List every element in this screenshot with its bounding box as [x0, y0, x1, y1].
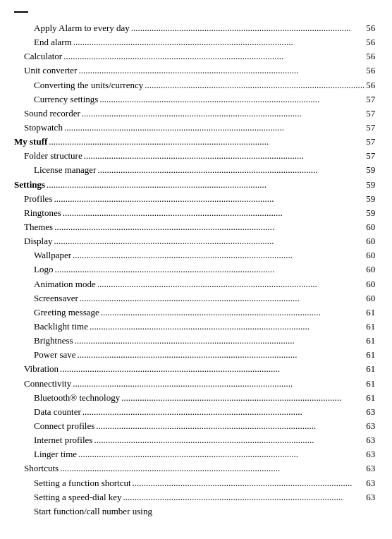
toc-entry: This SIM only...........................… [389, 433, 392, 447]
toc-entry: Network.................................… [389, 490, 392, 504]
toc-entry: Brightness..............................… [14, 334, 375, 348]
toc-entry: Data counter............................… [14, 405, 375, 419]
toc-entry: PIN codes...............................… [389, 419, 392, 433]
toc-page-ref: 60 [366, 291, 375, 305]
toc-title: Folder structure [24, 149, 82, 163]
toc-page-ref: 60 [366, 262, 375, 277]
toc-page-ref: 57 [366, 121, 375, 135]
toc-title: Brightness [34, 334, 73, 348]
toc-title: Vibration [24, 362, 59, 376]
toc-page-ref: 57 [366, 135, 375, 149]
toc-entry: File system.............................… [389, 248, 392, 262]
toc-dots: ........................................… [78, 348, 365, 362]
toc-page-ref: 57 [366, 92, 375, 107]
toc-entry: Call waiting............................… [389, 63, 392, 78]
toc-entry: License manager.........................… [14, 163, 375, 177]
toc-page-ref: 56 [366, 49, 375, 63]
toc-page-ref: 57 [366, 107, 375, 121]
toc-page-ref: 63 [366, 419, 375, 433]
toc-title: Apply Alarm to every day [34, 21, 130, 35]
toc-entry: Ringtones...............................… [14, 206, 375, 220]
toc-entry: Diverts.................................… [389, 78, 392, 92]
toc-dots: ........................................… [47, 178, 365, 192]
toc-dots: ........................................… [73, 248, 365, 262]
toc-entry: Language................................… [389, 163, 392, 177]
toc-entry: Apply Alarm to every day................… [14, 21, 375, 35]
toc-entry: Stopwatch...............................… [14, 121, 375, 135]
toc-title: Connectivity [24, 377, 71, 391]
toc-entry: Display.................................… [14, 234, 375, 248]
toc-dots: ........................................… [63, 206, 365, 220]
toc-entry: Animation mode..........................… [14, 277, 375, 291]
toc-dots: ........................................… [96, 419, 365, 433]
toc-page-ref: 60 [366, 234, 375, 248]
toc-entry: Shortcuts...............................… [14, 461, 375, 476]
toc-page-ref: 56 [366, 78, 375, 92]
toc-title: Screensaver [34, 291, 78, 305]
toc-entry: Master reset............................… [389, 277, 392, 291]
toc-title: License manager [34, 163, 96, 177]
toc-entry: Profiles................................… [14, 192, 375, 206]
toc-entry: Download prompt.........................… [389, 476, 392, 490]
toc-page-ref: 56 [366, 63, 375, 78]
toc-entry: Show clock..............................… [389, 362, 392, 376]
toc-entry: Connect profiles........................… [14, 419, 375, 433]
toc-entry: Auto power off..........................… [389, 234, 392, 248]
toc-title: Power save [34, 348, 76, 362]
toc-entry: Clock...................................… [389, 291, 392, 305]
toc-entry: Linger time.............................… [14, 447, 375, 461]
toc-entry: Settings................................… [14, 178, 375, 192]
toc-page-ref: 61 [366, 320, 375, 334]
toc-dots: ........................................… [131, 21, 365, 35]
toc-page-ref: 63 [366, 447, 375, 461]
toc-title: Data counter [34, 405, 81, 419]
toc-title: Sound recorder [24, 107, 80, 121]
toc-entry: shortcuts...............................… [389, 21, 392, 35]
toc-entry: End alarm...............................… [14, 35, 375, 49]
toc-entry: Converting the units/currency...........… [14, 78, 375, 92]
toc-title: Converting the units/currency [34, 78, 143, 92]
toc-entry: Logo....................................… [14, 262, 375, 277]
toc-title: Internet profiles [34, 433, 92, 447]
toc-dots: ........................................… [94, 433, 365, 447]
toc-entry: Themes..................................… [14, 220, 375, 234]
toc-entry: Unit converter..........................… [14, 63, 375, 78]
toc-title: Themes [24, 220, 53, 234]
toc-entry: Any key answer..........................… [389, 92, 392, 107]
toc-page-ref: 57 [366, 149, 375, 163]
toc-entry: Greeting message........................… [14, 305, 375, 320]
toc-dots: ........................................… [90, 320, 365, 334]
toc-title: Calculator [24, 49, 62, 63]
toc-dots: ........................................… [63, 49, 365, 63]
toc-dots: ........................................… [54, 220, 365, 234]
toc-title: Bluetooth® technology [34, 391, 120, 405]
toc-page-ref: 60 [366, 277, 375, 291]
toc-page-ref: 61 [366, 334, 375, 348]
toc-page-ref: 63 [366, 433, 375, 447]
toc-page-ref: 61 [366, 362, 375, 376]
toc-dots: ........................................… [80, 291, 365, 305]
toc-content: Apply Alarm to every day................… [14, 21, 378, 519]
toc-entry: Sound recorder..........................… [14, 107, 375, 121]
toc-entry: Time/Date...............................… [389, 305, 392, 320]
toc-entry: My stuff................................… [14, 135, 375, 149]
toc-entry: Key tones...............................… [389, 192, 392, 206]
toc-entry: Video calls.............................… [389, 121, 392, 135]
toc-title: Unit converter [24, 63, 77, 78]
toc-entry: Auto time...............................… [389, 377, 392, 391]
page-number [14, 10, 28, 13]
toc-entry: Phone...................................… [389, 149, 392, 163]
toc-page-ref: 61 [366, 348, 375, 362]
toc-title: Wallpaper [34, 248, 71, 262]
toc-dots: ........................................… [60, 461, 365, 476]
toc-entry: Date format.............................… [389, 348, 392, 362]
toc-title: Setting a speed-dial key [34, 490, 122, 504]
toc-entry: Network info............................… [389, 504, 392, 519]
toc-title: End alarm [34, 35, 72, 49]
toc-entry: Internet profiles.......................… [14, 433, 375, 447]
toc-dots: ........................................… [73, 377, 365, 391]
toc-entry: License manager.........................… [389, 461, 392, 476]
toc-dots: ........................................… [133, 476, 365, 490]
toc-dots: ........................................… [123, 490, 365, 504]
toc-entry: Setting a function shortcut.............… [14, 476, 375, 490]
